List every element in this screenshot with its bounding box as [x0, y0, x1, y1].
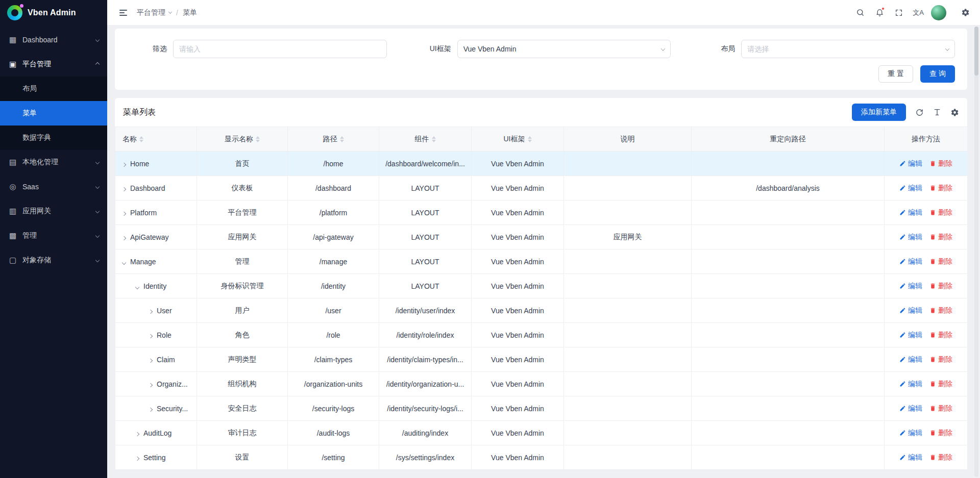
sort-icons[interactable]	[256, 136, 260, 142]
sidebar-item[interactable]: ▩ 管理	[0, 223, 107, 248]
vertical-scrollbar[interactable]	[974, 27, 978, 477]
edit-button[interactable]: 编辑	[899, 404, 922, 413]
delete-button[interactable]: 删除	[929, 233, 952, 242]
row-height-button[interactable]	[933, 108, 941, 116]
edit-button[interactable]: 编辑	[899, 233, 922, 242]
table-row[interactable]: Claim 声明类型 /claim-types /identity/claim-…	[115, 347, 968, 372]
edit-button[interactable]: 编辑	[899, 331, 922, 340]
table-row[interactable]: Organiz... 组织机构 /organization-units /ide…	[115, 372, 968, 396]
row-expand-icon[interactable]	[149, 405, 152, 413]
sort-icons[interactable]	[432, 136, 436, 142]
table-row[interactable]: Role 角色 /role /identity/role/index Vue V…	[115, 323, 968, 347]
table-row[interactable]: Home 首页 /home /dashboard/welcome/in... V…	[115, 152, 968, 176]
table-row[interactable]: ApiGateway 应用网关 /api-gateway LAYOUT Vue …	[115, 225, 968, 249]
delete-button[interactable]: 删除	[929, 331, 952, 340]
edit-button[interactable]: 编辑	[899, 184, 922, 193]
sort-icons[interactable]	[340, 136, 344, 142]
column-header[interactable]: 显示名称	[197, 127, 288, 152]
table-row[interactable]: Identity 身份标识管理 /identity LAYOUT Vue Vbe…	[115, 274, 968, 298]
delete-button[interactable]: 删除	[929, 429, 952, 438]
row-expand-icon[interactable]	[122, 209, 126, 217]
search-icon	[856, 8, 865, 17]
edit-button[interactable]: 编辑	[899, 429, 922, 438]
sidebar-item[interactable]: ◎ Saas	[0, 174, 107, 199]
row-expand-icon[interactable]	[122, 258, 126, 266]
search-submit-button[interactable]: 查 询	[920, 65, 955, 83]
row-expand-icon[interactable]	[136, 282, 139, 290]
edit-button[interactable]: 编辑	[899, 380, 922, 389]
table-row[interactable]: Platform 平台管理 /platform LAYOUT Vue Vben …	[115, 200, 968, 225]
fullscreen-button[interactable]	[890, 4, 908, 21]
notifications-button[interactable]	[871, 4, 888, 21]
scrollbar-thumb[interactable]	[974, 27, 978, 76]
column-header[interactable]: 重定向路径	[692, 127, 885, 152]
row-expand-icon[interactable]	[149, 307, 152, 315]
edit-button[interactable]: 编辑	[899, 282, 922, 291]
ui-framework-select[interactable]	[457, 40, 671, 58]
row-expand-icon[interactable]	[149, 331, 152, 339]
delete-button[interactable]: 删除	[929, 380, 952, 389]
menu-collapse-icon	[119, 10, 127, 16]
table-row[interactable]: Manage 管理 /manage LAYOUT Vue Vben Admin …	[115, 249, 968, 274]
column-header[interactable]: 说明	[564, 127, 692, 152]
column-header[interactable]: 操作方法	[885, 127, 968, 152]
table-row[interactable]: AuditLog 审计日志 /audit-logs /auditing/inde…	[115, 421, 968, 445]
sidebar-item[interactable]: ▥ 应用网关	[0, 199, 107, 223]
sidebar-item[interactable]: ▣ 平台管理	[0, 52, 107, 77]
table-row[interactable]: User 用户 /user /identity/user/index Vue V…	[115, 298, 968, 323]
sidebar-item[interactable]: ▤ 本地化管理	[0, 150, 107, 174]
row-expand-icon[interactable]	[149, 380, 152, 388]
sidebar-subitem[interactable]: 菜单	[0, 101, 107, 125]
fullscreen-icon	[895, 9, 903, 17]
column-header[interactable]: 组件	[379, 127, 472, 152]
row-expand-icon[interactable]	[122, 184, 126, 192]
row-expand-icon[interactable]	[149, 356, 152, 364]
layout-select[interactable]	[741, 40, 955, 58]
delete-button[interactable]: 删除	[929, 159, 952, 168]
delete-button[interactable]: 删除	[929, 208, 952, 217]
row-expand-icon[interactable]	[122, 160, 126, 168]
row-expand-icon[interactable]	[136, 454, 139, 462]
sidebar-collapse-button[interactable]	[114, 4, 132, 21]
language-button[interactable]: 文A	[910, 4, 927, 21]
edit-button[interactable]: 编辑	[899, 453, 922, 462]
column-header[interactable]: 名称	[115, 127, 197, 152]
manage-icon: ▩	[8, 231, 17, 240]
edit-button[interactable]: 编辑	[899, 208, 922, 217]
sidebar-subitem[interactable]: 数据字典	[0, 125, 107, 150]
user-avatar[interactable]	[931, 5, 946, 20]
reset-button[interactable]: 重 置	[878, 65, 913, 83]
settings-button[interactable]	[957, 4, 974, 21]
row-expand-icon[interactable]	[136, 429, 139, 437]
breadcrumb-parent[interactable]: 平台管理	[137, 8, 172, 17]
column-settings-button[interactable]	[950, 108, 959, 117]
edit-button[interactable]: 编辑	[899, 159, 922, 168]
sidebar-subitem[interactable]: 布局	[0, 77, 107, 101]
table-row[interactable]: Setting 设置 /setting /sys/settings/index …	[115, 445, 968, 470]
delete-button[interactable]: 删除	[929, 355, 952, 364]
delete-button[interactable]: 删除	[929, 184, 952, 193]
column-header[interactable]: 路径	[288, 127, 379, 152]
edit-button[interactable]: 编辑	[899, 306, 922, 315]
delete-button[interactable]: 删除	[929, 282, 952, 291]
table-row[interactable]: Dashboard 仪表板 /dashboard LAYOUT Vue Vben…	[115, 176, 968, 200]
sort-icons[interactable]	[139, 136, 143, 142]
table-row[interactable]: Security... 安全日志 /security-logs /identit…	[115, 396, 968, 421]
sidebar-item[interactable]: ▦ Dashboard	[0, 28, 107, 52]
search-button[interactable]	[851, 4, 869, 21]
sidebar-item[interactable]: ▢ 对象存储	[0, 248, 107, 272]
add-menu-button[interactable]: 添加新菜单	[852, 104, 906, 121]
delete-button[interactable]: 删除	[929, 306, 952, 315]
delete-button[interactable]: 删除	[929, 453, 952, 462]
sort-icons[interactable]	[528, 136, 532, 142]
app-logo[interactable]: Vben Admin	[0, 0, 107, 26]
menu-list-card: 菜单列表 添加新菜单	[115, 98, 967, 470]
filter-input[interactable]	[173, 40, 387, 58]
row-expand-icon[interactable]	[122, 233, 126, 241]
delete-button[interactable]: 删除	[929, 404, 952, 413]
column-header[interactable]: UI框架	[472, 127, 564, 152]
edit-button[interactable]: 编辑	[899, 257, 922, 266]
delete-button[interactable]: 删除	[929, 257, 952, 266]
refresh-button[interactable]	[915, 108, 924, 117]
edit-button[interactable]: 编辑	[899, 355, 922, 364]
